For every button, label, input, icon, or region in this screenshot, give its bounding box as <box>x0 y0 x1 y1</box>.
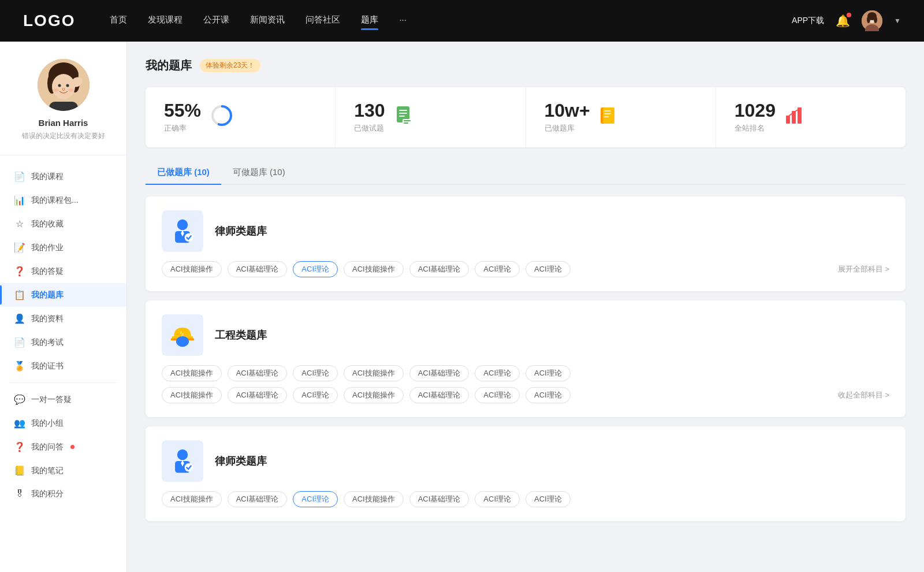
nav-right: APP下载 🔔 ▼ <box>792 10 901 31</box>
sidebar-item-course-packages[interactable]: 📊 我的课程包... <box>0 188 126 212</box>
svg-rect-22 <box>399 116 405 117</box>
sidebar-item-profile-label: 我的资料 <box>31 314 64 324</box>
stat-rank-label: 全站排名 <box>735 123 776 133</box>
tag-1-0-0[interactable]: ACI技能操作 <box>162 365 222 381</box>
sidebar-item-my-qa[interactable]: ❓ 我的问答 <box>0 435 126 459</box>
app-download[interactable]: APP下载 <box>792 16 824 26</box>
sidebar-item-notes-label: 我的笔记 <box>31 466 64 476</box>
profile-name: Brian Harris <box>39 118 88 128</box>
sidebar-item-favorites[interactable]: ☆ 我的收藏 <box>0 212 126 236</box>
collapse-link-1[interactable]: 收起全部科目 > <box>838 390 889 400</box>
courses-icon: 📄 <box>14 171 25 182</box>
stats-row: 55% 正确率 130 已做试题 <box>146 87 906 147</box>
tag-0-0-4[interactable]: ACI基础理论 <box>409 261 470 277</box>
tag-2-0-1[interactable]: ACI基础理论 <box>228 491 288 507</box>
certificate-icon: 🏅 <box>14 361 25 372</box>
svg-point-36 <box>799 107 801 110</box>
svg-point-37 <box>177 220 188 230</box>
tag-1-1-1[interactable]: ACI基础理论 <box>228 387 288 403</box>
tag-1-0-6[interactable]: ACI理论 <box>526 365 571 381</box>
expand-link-0[interactable]: 展开全部科目 > <box>838 264 889 274</box>
tag-1-0-2[interactable]: ACI理论 <box>293 365 338 381</box>
sidebar-item-qbank[interactable]: 📋 我的题库 <box>0 283 126 307</box>
tag-1-1-6[interactable]: ACI理论 <box>526 387 571 403</box>
sidebar-item-courses-label: 我的课程 <box>31 172 64 182</box>
qbank-lawyer-icon-0 <box>162 210 203 252</box>
qbank-icon: 📋 <box>14 289 25 300</box>
tabs: 已做题库 (10) 可做题库 (10) <box>146 161 906 185</box>
nav-home[interactable]: 首页 <box>110 14 127 28</box>
stat-done-banks-label: 已做题库 <box>545 123 590 133</box>
svg-point-45 <box>177 450 188 460</box>
stat-accuracy-value: 55% <box>164 101 201 120</box>
avatar[interactable] <box>862 10 882 31</box>
stat-rank-value: 1029 <box>735 101 776 120</box>
qbank-name-2: 律师类题库 <box>215 454 267 468</box>
tag-1-0-5[interactable]: ACI理论 <box>475 365 520 381</box>
qbank-name-1: 工程类题库 <box>215 328 267 342</box>
sidebar-item-favorites-label: 我的收藏 <box>31 219 64 229</box>
svg-point-14 <box>53 88 59 92</box>
tag-2-0-3[interactable]: ACI技能操作 <box>344 491 404 507</box>
tag-0-0-5[interactable]: ACI理论 <box>475 261 520 277</box>
tag-0-0-1[interactable]: ACI基础理论 <box>228 261 288 277</box>
tag-1-1-2[interactable]: ACI理论 <box>293 387 338 403</box>
logo: LOGO <box>23 12 75 30</box>
tag-0-0-0[interactable]: ACI技能操作 <box>162 261 222 277</box>
tag-2-0-6[interactable]: ACI理论 <box>526 491 571 507</box>
profile-avatar <box>38 59 90 111</box>
nav-discover[interactable]: 发现课程 <box>148 14 182 28</box>
sidebar-item-tutoring[interactable]: 💬 一对一答疑 <box>0 388 126 411</box>
nav-qbank[interactable]: 题库 <box>361 14 378 28</box>
sidebar-item-questions[interactable]: ❓ 我的答疑 <box>0 259 126 283</box>
page-header: 我的题库 体验剩余23天！ <box>146 58 906 73</box>
sidebar-item-exam[interactable]: 📄 我的考试 <box>0 330 126 354</box>
favorites-icon: ☆ <box>14 218 25 229</box>
sidebar-item-points[interactable]: 🎖 我的积分 <box>0 482 126 506</box>
tag-1-1-5[interactable]: ACI理论 <box>475 387 520 403</box>
tag-1-1-3[interactable]: ACI技能操作 <box>344 387 404 403</box>
stat-done-questions: 130 已做试题 <box>336 87 526 147</box>
tag-0-0-2[interactable]: ACI理论 <box>293 261 338 277</box>
avatar-chevron-icon[interactable]: ▼ <box>894 17 901 25</box>
sidebar-item-groups[interactable]: 👥 我的小组 <box>0 411 126 435</box>
sidebar-item-qbank-label: 我的题库 <box>31 290 64 300</box>
tab-done[interactable]: 已做题库 (10) <box>146 161 221 185</box>
nav-news[interactable]: 新闻资讯 <box>250 14 285 28</box>
profile-icon: 👤 <box>14 313 25 324</box>
qbank-card-1: 工程类题库 ACI技能操作 ACI基础理论 ACI理论 ACI技能操作 ACI基… <box>146 300 906 417</box>
tag-1-1-4[interactable]: ACI基础理论 <box>409 387 470 403</box>
sidebar-item-courses[interactable]: 📄 我的课程 <box>0 165 126 188</box>
tag-2-0-2[interactable]: ACI理论 <box>293 491 338 507</box>
course-packages-icon: 📊 <box>14 195 25 206</box>
tab-available[interactable]: 可做题库 (10) <box>221 161 297 185</box>
tag-1-1-0[interactable]: ACI技能操作 <box>162 387 222 403</box>
sidebar-item-notes[interactable]: 📒 我的笔记 <box>0 459 126 482</box>
stat-rank: 1029 全站排名 <box>716 87 906 147</box>
stat-done-banks-value: 10w+ <box>545 101 590 120</box>
bell-icon[interactable]: 🔔 <box>836 14 850 28</box>
tag-2-0-5[interactable]: ACI理论 <box>475 491 520 507</box>
nav-opencourse[interactable]: 公开课 <box>203 14 229 28</box>
svg-point-10 <box>52 74 75 99</box>
sidebar-item-groups-label: 我的小组 <box>31 418 64 429</box>
svg-rect-29 <box>604 113 611 114</box>
tag-2-0-0[interactable]: ACI技能操作 <box>162 491 222 507</box>
nav-qa[interactable]: 问答社区 <box>305 14 340 28</box>
stat-done-questions-value: 130 <box>354 101 385 120</box>
rank-chart-icon <box>785 105 806 130</box>
tag-1-0-4[interactable]: ACI基础理论 <box>409 365 470 381</box>
sidebar-item-homework[interactable]: 📝 我的作业 <box>0 236 126 259</box>
navbar: LOGO 首页 发现课程 公开课 新闻资讯 问答社区 题库 ··· APP下载 … <box>0 0 924 42</box>
nav-more[interactable]: ··· <box>399 14 407 28</box>
sidebar-item-profile[interactable]: 👤 我的资料 <box>0 307 126 330</box>
tag-1-0-3[interactable]: ACI技能操作 <box>344 365 404 381</box>
sidebar-item-certificate[interactable]: 🏅 我的证书 <box>0 354 126 378</box>
sidebar-item-points-label: 我的积分 <box>31 489 64 499</box>
sidebar-menu: 📄 我的课程 📊 我的课程包... ☆ 我的收藏 📝 我的作业 ❓ 我的答疑 📋 <box>0 165 126 506</box>
qbank-lawyer-icon-2 <box>162 440 203 482</box>
tag-1-0-1[interactable]: ACI基础理论 <box>228 365 288 381</box>
tag-0-0-6[interactable]: ACI理论 <box>526 261 571 277</box>
tag-2-0-4[interactable]: ACI基础理论 <box>409 491 470 507</box>
tag-0-0-3[interactable]: ACI技能操作 <box>344 261 404 277</box>
